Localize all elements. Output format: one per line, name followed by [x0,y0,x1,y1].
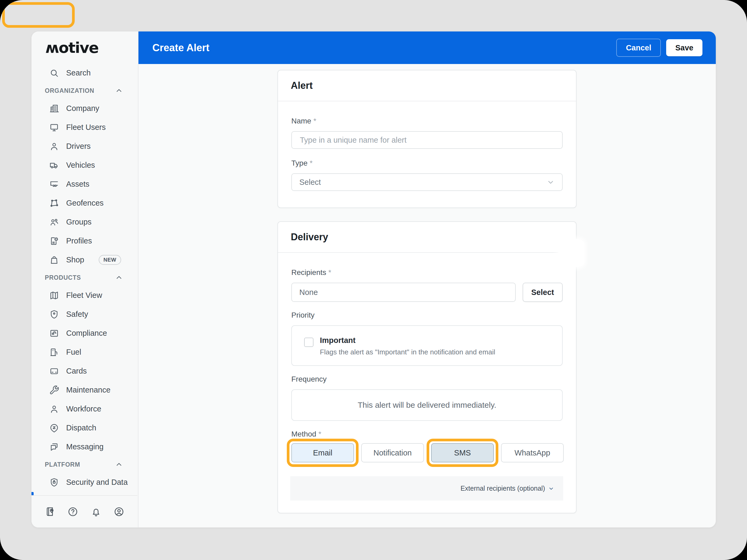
recipients-label: Recipients* [291,268,563,277]
sidebar-item-label: Security and Data [66,478,128,487]
alert-type-select[interactable]: Select [291,174,563,191]
save-button[interactable]: Save [666,39,702,56]
method-label: Method* [291,430,563,438]
sidebar-item-fleet-view[interactable]: Fleet View [31,286,138,305]
sidebar-item-fleet-users[interactable]: Fleet Users [31,118,138,137]
recipients-select-button[interactable]: Select [523,283,563,302]
frequency-text: This alert will be delivered immediately… [358,401,496,409]
search-icon [49,68,59,78]
sidebar-item-safety[interactable]: Safety [31,305,138,324]
fuel-pump-icon [49,347,59,357]
page-background: ʍotive SearchORGANIZATIONCompanyFleet Us… [0,0,747,560]
method-button-group: EmailNotificationSMSWhatsApp [291,443,564,462]
sidebar-item-label: Workforce [66,404,101,413]
alert-card-title: Alert [278,71,576,101]
external-recipients-toggle[interactable]: External recipients (optional) [290,476,563,501]
help-icon[interactable] [67,506,78,517]
sidebar-item-maintenance[interactable]: Maintenance [31,380,138,399]
shield-lock-icon [49,477,59,487]
alert-name-field[interactable] [291,131,563,149]
geofence-icon [49,198,59,208]
monitor-icon [49,123,59,133]
annotation-highlight-topleft [2,2,75,28]
sidebar-item-label: Groups [66,218,92,226]
screenshot-canvas: ʍotive SearchORGANIZATIONCompanyFleet Us… [0,0,747,560]
priority-label: Priority [291,311,563,319]
shield-icon [49,309,59,319]
sidebar-item-drivers[interactable]: Drivers [31,137,138,156]
chevron-up-icon [115,460,123,469]
alert-type-value: Select [299,178,321,187]
credit-card-icon [49,366,59,376]
sidebar-item-assets[interactable]: Assets [31,175,138,194]
sidebar-section-platform[interactable]: PLATFORM [31,456,138,473]
wrench-icon [49,385,59,395]
type-label: Type* [291,159,563,167]
sidebar-item-security-and-data[interactable]: Security and Data [31,473,138,492]
recipients-field[interactable]: None [291,283,516,302]
sidebar-item-cards[interactable]: Cards [31,362,138,380]
sidebar-item-geofences[interactable]: Geofences [31,194,138,213]
alert-name-input[interactable] [299,131,555,149]
sidebar-item-label: Messaging [66,443,104,451]
sidebar-item-vehicles[interactable]: Vehicles [31,156,138,175]
bell-icon[interactable] [91,506,102,517]
required-asterisk: * [310,159,313,167]
truck-icon [49,160,59,170]
compliance-icon [49,328,59,339]
sidebar-item-workforce[interactable]: Workforce [31,399,138,419]
sidebar-item-fuel[interactable]: Fuel [31,343,138,362]
chevron-up-icon [115,274,123,282]
sidebar-item-profiles[interactable]: Profiles [31,232,138,250]
logbook-icon[interactable] [44,506,55,517]
sidebar-item-company[interactable]: Company [31,99,138,118]
sidebar-section-organization[interactable]: ORGANIZATION [31,82,138,99]
priority-panel: Important Flags the alert as "Important"… [291,325,563,366]
required-asterisk: * [318,430,321,438]
alert-card: Alert Name* Type* Select [278,70,576,208]
sidebar-item-compliance[interactable]: Compliance [31,324,138,343]
chat-icon [49,442,59,452]
delivery-card: Delivery Recipients* None Select Priorit… [278,221,576,513]
method-sms-button[interactable]: SMS [431,443,494,462]
important-label: Important [320,336,495,345]
sidebar-section-products[interactable]: PRODUCTS [31,269,138,286]
app-window: ʍotive SearchORGANIZATIONCompanyFleet Us… [31,31,716,528]
sidebar-item-label: Fleet Users [66,123,106,132]
sidebar-section-label: PLATFORM [45,461,115,468]
method-whatsapp-button[interactable]: WhatsApp [501,443,564,462]
sidebar-item-groups[interactable]: Groups [31,213,138,232]
cancel-button[interactable]: Cancel [616,39,661,57]
sidebar-item-label: Compliance [66,329,107,338]
person-icon [49,404,59,414]
person-icon [49,141,59,152]
sidebar-item-label: Dispatch [66,424,96,432]
important-checkbox[interactable] [304,338,313,347]
trailer-icon [49,179,59,189]
external-recipients-label: External recipients (optional) [461,484,545,492]
sidebar-item-messaging[interactable]: Messaging [31,437,138,456]
sidebar-item-label: Geofences [66,199,104,208]
chevron-down-icon [547,178,555,186]
sidebar-footer [31,495,137,528]
name-label: Name* [291,117,563,125]
sidebar-item-dispatch[interactable]: Dispatch [31,419,138,437]
sidebar-item-label: Profiles [66,237,92,245]
company-icon [49,104,59,114]
account-icon[interactable] [113,506,125,517]
sidebar-item-label: Fleet View [66,291,102,300]
group-icon [49,217,59,227]
sidebar-item-shop[interactable]: ShopNEW [31,250,138,269]
sidebar-item-label: Cards [66,367,87,375]
chevron-up-icon [115,87,123,95]
motive-logo: ʍotive [31,31,138,63]
method-email-button[interactable]: Email [291,443,354,462]
important-description: Flags the alert as "Important" in the no… [320,348,495,356]
sidebar-item-label: Shop [66,256,84,264]
sidebar-search[interactable]: Search [31,63,138,82]
annotation-white-blob [558,239,585,267]
main-content: Alert Name* Type* Select [138,64,716,528]
sidebar-item-label: Drivers [66,142,91,151]
method-notification-button[interactable]: Notification [361,443,424,462]
sidebar-item-label: Company [66,104,99,113]
